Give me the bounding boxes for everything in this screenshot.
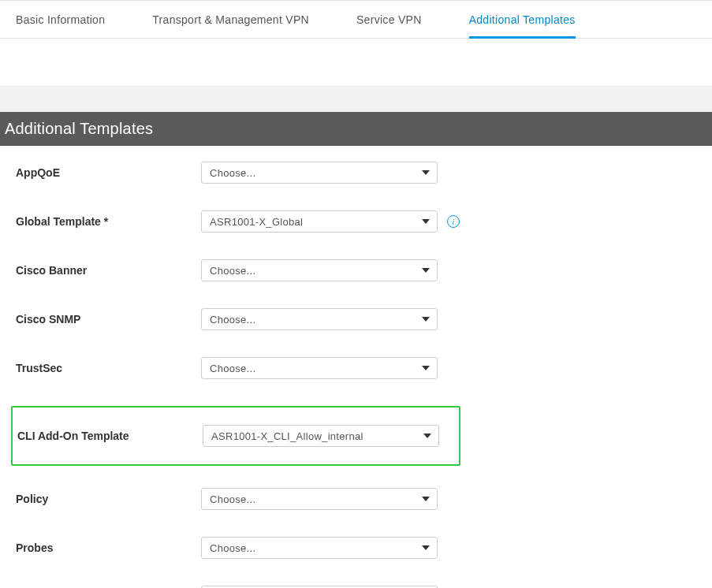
select-policy[interactable]: Choose... [201, 488, 438, 510]
select-appqoe-value[interactable]: Choose... [201, 162, 438, 184]
row-cisco-snmp: Cisco SNMP Choose... [16, 308, 696, 330]
tab-service-vpn[interactable]: Service VPN [356, 0, 422, 39]
select-probes[interactable]: Choose... [201, 537, 438, 559]
label-trustsec: TrustSec [16, 362, 201, 374]
select-global-template-value[interactable]: ASR1001-X_Global [201, 210, 438, 233]
select-global-template[interactable]: ASR1001-X_Global [201, 210, 438, 233]
select-policy-value[interactable]: Choose... [201, 488, 438, 510]
tab-basic-information[interactable]: Basic Information [16, 0, 105, 39]
select-cli-addon-value[interactable]: ASR1001-X_CLI_Allow_internal [203, 425, 439, 447]
label-probes: Probes [16, 541, 201, 554]
row-cli-addon: CLI Add-On Template ASR1001-X_CLI_Allow_… [17, 425, 449, 447]
label-policy: Policy [16, 493, 201, 505]
highlight-cli-addon: CLI Add-On Template ASR1001-X_CLI_Allow_… [11, 406, 460, 466]
select-cisco-snmp-value[interactable]: Choose... [201, 308, 438, 330]
tab-transport-management-vpn[interactable]: Transport & Management VPN [152, 0, 309, 39]
row-policy: Policy Choose... [16, 488, 696, 510]
select-trustsec-value[interactable]: Choose... [201, 357, 438, 379]
spacer [0, 39, 712, 86]
select-cisco-snmp[interactable]: Choose... [201, 308, 438, 330]
select-cisco-banner[interactable]: Choose... [201, 259, 438, 281]
row-trustsec: TrustSec Choose... [16, 357, 696, 379]
tab-bar: Basic Information Transport & Management… [0, 0, 712, 39]
label-cli-addon: CLI Add-On Template [17, 430, 203, 442]
select-appqoe[interactable]: Choose... [201, 162, 438, 184]
tab-additional-templates[interactable]: Additional Templates [469, 0, 576, 39]
select-cli-addon[interactable]: ASR1001-X_CLI_Allow_internal [203, 425, 439, 447]
label-cisco-banner: Cisco Banner [16, 264, 201, 277]
label-appqoe: AppQoE [16, 166, 201, 179]
gap-band [0, 86, 712, 112]
row-appqoe: AppQoE Choose... [16, 162, 696, 184]
row-cisco-banner: Cisco Banner Choose... [16, 259, 696, 281]
row-global-template: Global Template * ASR1001-X_Global i [16, 210, 696, 233]
select-probes-value[interactable]: Choose... [201, 537, 438, 559]
select-cisco-banner-value[interactable]: Choose... [201, 259, 438, 281]
label-global-template: Global Template * [16, 215, 201, 228]
form-area: AppQoE Choose... Global Template * ASR10… [0, 146, 712, 588]
row-probes: Probes Choose... [16, 537, 696, 559]
section-header: Additional Templates [0, 112, 712, 146]
info-icon[interactable]: i [447, 215, 460, 228]
select-trustsec[interactable]: Choose... [201, 357, 438, 379]
label-cisco-snmp: Cisco SNMP [16, 313, 201, 326]
